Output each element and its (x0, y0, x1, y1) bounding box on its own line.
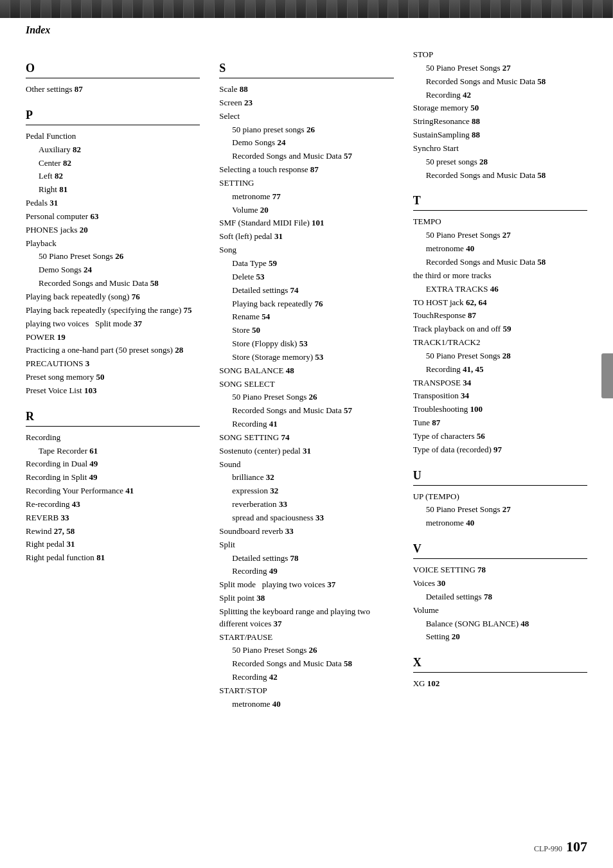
page-number: 56 (477, 431, 485, 441)
piano-key (603, 0, 613, 18)
section-letter-P: P (26, 109, 200, 122)
list-item: metronome 77 (219, 191, 393, 203)
list-item: Recorded Songs and Music Data 57 (219, 150, 393, 163)
page-number: 61 (89, 446, 98, 456)
column-1: SScale 88Screen 23Select50 piano preset … (219, 49, 393, 712)
list-item: expression 32 (219, 485, 393, 497)
piano-key (225, 0, 235, 18)
page-number: 87 (310, 164, 319, 174)
page-number: 27 (502, 230, 511, 240)
list-item: Recording 41 (219, 418, 393, 430)
page-title: Index (26, 24, 50, 35)
list-item: Detailed settings 78 (219, 553, 393, 565)
page-number: 100 (470, 404, 483, 414)
page-number: 101 (312, 218, 324, 227)
column-0: OOther settings 87PPedal FunctionAuxilia… (26, 49, 200, 565)
list-item: Demo Songs 24 (26, 264, 200, 276)
piano-key (531, 0, 542, 18)
piano-key (143, 0, 154, 18)
page-number: 87 (75, 84, 83, 94)
page-number: 31 (303, 446, 311, 456)
list-item: TRANSPOSE 34 (413, 377, 587, 389)
list-item: playing two voices Split mode 37 (26, 318, 200, 330)
piano-key (440, 0, 450, 18)
page-number: 42 (463, 90, 471, 100)
list-item: Recording 42 (413, 89, 587, 102)
page-number: 81 (96, 553, 105, 562)
page-number: 82 (55, 171, 63, 181)
piano-key (71, 0, 82, 18)
page-number: 41, 45 (463, 364, 484, 374)
page-number: 57 (344, 151, 352, 161)
list-item: TEMPO (413, 216, 587, 228)
list-item: Transposition 34 (413, 390, 587, 402)
page-number: 49 (269, 566, 278, 576)
list-item: Practicing a one-hand part (50 preset so… (26, 344, 200, 357)
page-number: 58 (537, 257, 546, 267)
piano-key (256, 0, 266, 18)
list-item: Pedal Function (26, 130, 200, 143)
list-item: START/PAUSE (219, 632, 393, 644)
page-number: 78 (290, 553, 299, 563)
index-content: OOther settings 87PPedal FunctionAuxilia… (0, 36, 613, 738)
page-number: 63 (90, 211, 98, 221)
piano-key (501, 0, 511, 18)
list-item: Playing back repeatedly 76 (219, 298, 393, 310)
page-number: 33 (285, 526, 294, 536)
page-number: 41 (125, 486, 134, 495)
list-item: Volume (413, 605, 587, 617)
list-item: Select (219, 111, 393, 123)
section-divider-S (219, 78, 393, 78)
page-number: 59 (502, 324, 511, 333)
page-number: 40 (466, 518, 474, 527)
page-number: 19 (57, 332, 66, 342)
page-number: 102 (427, 678, 440, 688)
page-number: 59 (269, 258, 277, 268)
page-number: 58 (344, 659, 352, 668)
list-item: metronome 40 (413, 517, 587, 529)
page-number: 62, 64 (466, 297, 487, 307)
list-item: Detailed settings 74 (219, 285, 393, 297)
list-item: Playing back repeatedly (song) 76 (26, 291, 200, 303)
list-item: Tune 87 (413, 417, 587, 429)
page-number: 38 (256, 593, 265, 603)
page-header: Index (0, 18, 613, 36)
list-item: Other settings 87 (26, 84, 200, 96)
piano-key (41, 0, 51, 18)
list-item: Preset song memory 50 (26, 371, 200, 384)
piano-key (0, 0, 10, 18)
section-divider-T (413, 210, 587, 211)
section-letter-S: S (219, 62, 393, 75)
page-number: 50 (96, 372, 104, 382)
page-number: 20 (260, 205, 269, 215)
piano-key (215, 0, 225, 18)
list-item: SONG SELECT (219, 378, 393, 391)
list-item: metronome 40 (413, 243, 587, 255)
page-number: 33 (279, 499, 287, 509)
list-item: Store (Floppy disk) 53 (219, 338, 393, 350)
list-item: Personal computer 63 (26, 211, 200, 223)
list-item: Rewind 27, 58 (26, 526, 200, 538)
piano-key (348, 0, 358, 18)
list-item: 50 Piano Preset Songs 27 (413, 504, 587, 516)
footer-model: CLP-990 (534, 844, 562, 854)
piano-key (92, 0, 102, 18)
list-item: metronome 40 (219, 698, 393, 711)
list-item: Right pedal function 81 (26, 552, 200, 564)
page-number: 28 (479, 157, 488, 166)
list-item: Recorded Songs and Music Data 57 (219, 405, 393, 417)
list-item: Center 82 (26, 157, 200, 170)
list-item: Scale 88 (219, 84, 393, 96)
list-item: Auxiliary 82 (26, 144, 200, 156)
list-item: Detailed settings 78 (413, 591, 587, 603)
piano-key (112, 0, 123, 18)
list-item: 50 Piano Preset Songs 26 (219, 644, 393, 657)
list-item: 50 Piano Preset Songs 26 (26, 251, 200, 263)
list-item: Sound (219, 459, 393, 471)
list-item: SETTING (219, 177, 393, 190)
piano-key (82, 0, 92, 18)
section-divider-X (413, 672, 587, 673)
list-item: Setting 20 (413, 631, 587, 643)
list-item: UP (TEMPO) (413, 491, 587, 503)
list-item: Splitting the keyboard range and playing… (219, 606, 393, 630)
